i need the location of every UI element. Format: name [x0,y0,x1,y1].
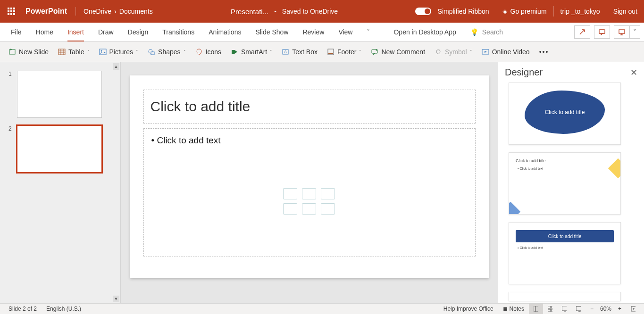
symbol-button: Ω Symbol ˅ [431,46,476,58]
reading-view-button[interactable] [557,304,571,314]
chevron-down-icon: ˅ [87,50,90,54]
designer-pane: Designer ✕ Click to add title Click to a… [498,62,644,303]
slide-canvas-area[interactable]: Click to add title • Click to add text [121,62,498,303]
body-placeholder[interactable]: • Click to add text [143,128,476,256]
language-status[interactable]: English (U.S.) [42,304,86,314]
design-suggestion-3[interactable]: Click to add title • Click to add text [509,222,621,284]
search-box[interactable]: 💡 Search [463,23,510,41]
dash: - [274,8,276,15]
fit-icon [631,306,636,312]
scroll-up-button[interactable]: ▲ [113,63,119,70]
svg-rect-19 [562,306,567,311]
notes-label: Notes [510,306,524,312]
table-label: Table [68,48,84,56]
lightbulb-icon: 💡 [470,28,478,36]
normal-view-button[interactable] [529,304,543,314]
symbol-label: Symbol [445,48,467,56]
comment-icon [371,48,378,56]
tab-home[interactable]: Home [29,23,60,41]
more-commands[interactable]: ••• [535,46,553,58]
new-slide-button[interactable]: New Slide [5,46,52,58]
svg-rect-16 [552,306,552,308]
breadcrumb-folder[interactable]: Documents [119,8,153,15]
picture-icon [99,48,107,56]
icons-label: Icons [206,48,221,56]
tab-review[interactable]: Review [295,23,331,41]
simplified-ribbon-toggle[interactable]: Simplified Ribbon [409,8,496,15]
tab-design[interactable]: Design [121,23,156,41]
ellipsis-icon: ••• [539,48,549,56]
footer-button[interactable]: Footer ˅ [323,46,365,58]
chevron-down-icon: ˅ [136,50,138,54]
insert-icons-icon[interactable] [321,188,335,199]
username[interactable]: trip _to_tokyo [554,8,607,15]
zoom-out-button[interactable]: − [585,304,598,314]
design-suggestion-1[interactable]: Click to add title [509,83,621,145]
sign-out-button[interactable]: Sign out [607,8,644,15]
tab-draw[interactable]: Draw [91,23,121,41]
insert-table-icon[interactable] [283,188,297,199]
tab-transitions[interactable]: Transitions [155,23,201,41]
app-launcher-icon[interactable] [0,0,23,23]
insert-smartart-icon[interactable] [302,188,316,199]
slide-thumbnail-1[interactable] [17,71,102,118]
online-video-label: Online Video [492,48,530,56]
breadcrumb[interactable]: OneDrive › Documents [76,8,160,15]
smartart-button[interactable]: SmartArt ˅ [227,46,276,58]
slide-sorter-button[interactable] [543,304,557,314]
icons-button[interactable]: Icons [192,46,225,58]
design-suggestion-2[interactable]: Click to add title • Click to add text [509,152,621,215]
title-placeholder[interactable]: Click to add title [143,90,476,124]
document-title[interactable]: Presentati... [231,8,268,16]
design-title: Click to add title [548,234,582,239]
footer-icon [327,48,335,56]
present-dropdown[interactable]: ˅ [630,25,640,39]
design-body: • Click to add text [518,246,543,249]
textbox-label: Text Box [292,48,318,56]
pictures-label: Pictures [109,48,134,56]
svg-point-5 [100,50,102,51]
online-video-button[interactable]: Online Video [478,46,534,58]
zoom-in-button[interactable]: + [613,304,626,314]
fit-to-window-button[interactable] [626,304,640,314]
insert-stock-image-icon[interactable] [302,203,316,215]
breadcrumb-root[interactable]: OneDrive [84,8,111,15]
pictures-button[interactable]: Pictures ˅ [95,46,142,58]
slide-thumbnail-2[interactable] [17,125,102,173]
table-button[interactable]: Table ˅ [54,46,93,58]
go-premium-button[interactable]: ◈ Go premium [496,8,553,15]
go-premium-label: Go premium [510,8,547,15]
shapes-button[interactable]: Shapes ˅ [144,46,189,58]
slide-counter[interactable]: Slide 2 of 2 [4,304,42,314]
help-improve-office[interactable]: Help Improve Office [439,304,498,314]
zoom-level[interactable]: 60% [598,304,613,314]
design-suggestions: Click to add title Click to add title • … [498,83,644,303]
comments-button[interactable] [594,25,610,39]
insert-video-icon[interactable] [321,203,335,215]
new-comment-button[interactable]: New Comment [367,46,429,58]
close-icon[interactable]: ✕ [630,67,637,78]
tab-view[interactable]: View [331,23,360,41]
tab-file[interactable]: File [4,23,29,41]
design-suggestion-4[interactable] [509,292,621,301]
scroll-down-button[interactable]: ▼ [113,296,119,302]
shapes-icon [148,48,155,56]
share-button[interactable] [574,25,590,39]
ribbon-overflow[interactable]: ˅ [360,23,377,41]
notes-button[interactable]: ≣ Notes [498,304,529,314]
thumbnail-number: 1 [8,71,12,77]
svg-rect-14 [534,306,538,312]
slideshow-view-button[interactable] [571,304,585,314]
title-bar: PowerPoint OneDrive › Documents Presenta… [0,0,644,23]
open-desktop-app[interactable]: Open in Desktop App [386,23,463,41]
textbox-button[interactable]: A Text Box [278,46,321,58]
reading-icon [562,306,567,312]
simplified-ribbon-label: Simplified Ribbon [438,8,489,15]
insert-picture-icon[interactable] [283,203,297,215]
tab-slideshow[interactable]: Slide Show [248,23,295,41]
present-button[interactable]: ˅ [614,25,640,39]
content-placeholder-icons [283,188,336,215]
tab-animations[interactable]: Animations [201,23,248,41]
body-placeholder-text: Click to add text [157,135,220,145]
tab-insert[interactable]: Insert [60,23,91,41]
